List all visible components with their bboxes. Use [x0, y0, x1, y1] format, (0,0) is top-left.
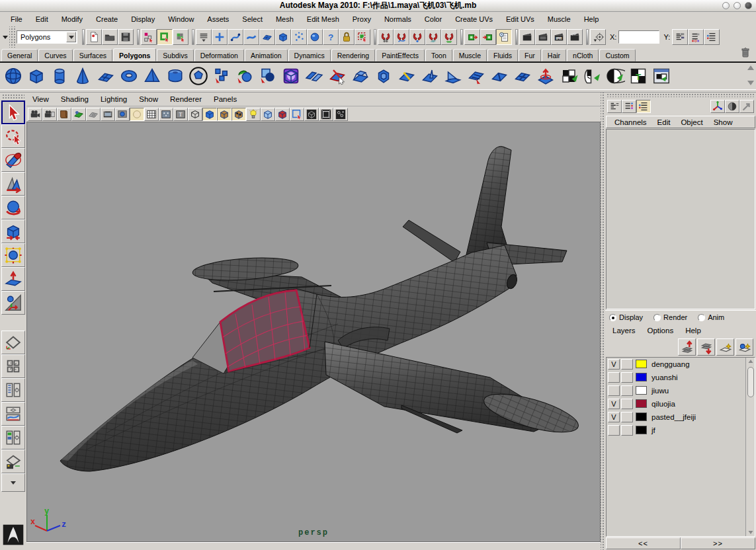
- create-layer-from-selected-icon[interactable]: [735, 338, 753, 356]
- menu-item[interactable]: Window: [161, 13, 200, 25]
- channelbox-layout1-icon[interactable]: [607, 100, 622, 113]
- panel-toolbar-icon[interactable]: [28, 108, 42, 121]
- menu-item[interactable]: Assets: [200, 13, 235, 25]
- layer-color-swatch[interactable]: [636, 373, 647, 381]
- panel-toolbar-icon[interactable]: [42, 108, 57, 121]
- panel-toolbar-icon[interactable]: [217, 108, 231, 121]
- layer-list-scrollbar[interactable]: [745, 358, 755, 537]
- toolbar-grip[interactable]: [9, 26, 15, 48]
- layer-mode-radio[interactable]: Anim: [698, 313, 724, 321]
- mask-points-icon[interactable]: [212, 29, 228, 45]
- radio-dot-icon[interactable]: [653, 314, 661, 321]
- select-object-icon[interactable]: [157, 29, 173, 45]
- shelf-item-icon[interactable]: T: [626, 65, 650, 88]
- make-live-icon[interactable]: [441, 29, 457, 45]
- layer-color-swatch[interactable]: [636, 360, 647, 368]
- snap-curve-icon[interactable]: [394, 29, 409, 45]
- layer-name[interactable]: qiluojia: [651, 400, 675, 408]
- key-arrow-icon[interactable]: [739, 100, 754, 113]
- render-ipr-icon[interactable]: IPR: [551, 29, 567, 45]
- input-connections-icon[interactable]: [464, 29, 480, 45]
- shelf-tab[interactable]: Fluids: [487, 49, 518, 61]
- snap-point-icon[interactable]: [409, 29, 425, 45]
- channel-box-menu-item[interactable]: Show: [708, 117, 738, 128]
- panel-toolbar-icon[interactable]: [231, 108, 246, 121]
- shelf-tab[interactable]: Subdivs: [157, 49, 193, 61]
- trash-icon[interactable]: [739, 46, 752, 60]
- shelf-scroll-up-icon[interactable]: [747, 65, 754, 70]
- lock-selection-icon[interactable]: [339, 29, 355, 45]
- panel-toolbar-icon[interactable]: T: [173, 108, 188, 121]
- move-layer-down-icon[interactable]: [697, 338, 715, 356]
- layer-visibility-toggle[interactable]: V: [608, 359, 620, 370]
- shelf-item-icon[interactable]: [94, 65, 117, 88]
- shelf-item-icon[interactable]: [603, 65, 626, 88]
- menu-item[interactable]: Help: [577, 13, 606, 25]
- mask-rendering-icon[interactable]: [307, 29, 323, 45]
- scrollbar-thumb[interactable]: [747, 367, 754, 397]
- panel-toolbar-icon[interactable]: [261, 108, 275, 121]
- mask-dynamics-icon[interactable]: [291, 29, 307, 45]
- shelf-tab[interactable]: General: [1, 49, 38, 61]
- layer-mode-radio[interactable]: Render: [653, 313, 687, 321]
- layer-color-swatch[interactable]: [636, 412, 647, 421]
- menu-item[interactable]: Mesh: [269, 13, 300, 25]
- shelf-tab[interactable]: Toon: [425, 49, 452, 61]
- channel-box-area[interactable]: [606, 129, 755, 309]
- toolbox-grip[interactable]: [2, 94, 24, 99]
- panel-toolbar-icon[interactable]: [319, 108, 333, 121]
- panel-menu-item[interactable]: View: [26, 94, 55, 104]
- shelf-tab[interactable]: Hair: [542, 49, 566, 61]
- panel-menu-item[interactable]: Panels: [208, 94, 243, 104]
- panel-toolbar-icon[interactable]: [202, 108, 217, 121]
- shelf-item-icon[interactable]: [487, 65, 511, 88]
- maximize-button[interactable]: [734, 2, 741, 9]
- shelf-item-icon[interactable]: [302, 65, 325, 88]
- tool-button[interactable]: [1, 267, 25, 291]
- tool-button[interactable]: [1, 124, 25, 148]
- panel-menu-item[interactable]: Lighting: [95, 94, 133, 104]
- shelf-item-icon[interactable]: [464, 65, 487, 88]
- render-current-frame-icon[interactable]: [519, 29, 535, 45]
- menu-set-selector[interactable]: Polygons: [17, 30, 77, 44]
- shelf-tab[interactable]: Custom: [599, 49, 635, 61]
- channel-box-menu-item[interactable]: Object: [675, 117, 708, 128]
- tool-button[interactable]: [1, 196, 25, 219]
- layer-visibility-toggle[interactable]: [608, 425, 620, 436]
- panel-splitter[interactable]: [601, 93, 605, 550]
- highlight-select-icon[interactable]: [355, 29, 370, 45]
- perspective-viewport[interactable]: x y z persp: [26, 122, 601, 542]
- new-scene-icon[interactable]: [86, 29, 102, 45]
- move-layer-up-icon[interactable]: [678, 338, 696, 356]
- shelf-tab[interactable]: Animation: [245, 49, 288, 61]
- show-attribute-editor-icon[interactable]: [672, 29, 688, 45]
- shelf-item-icon[interactable]: [117, 65, 140, 88]
- shelf-item-icon[interactable]: [279, 65, 302, 88]
- select-hierarchy-icon[interactable]: [141, 29, 157, 45]
- shelf-tab[interactable]: Polygons: [113, 48, 156, 61]
- channelbox-layout2-icon[interactable]: [622, 100, 636, 113]
- pager-prev-button[interactable]: <<: [606, 537, 681, 549]
- layer-type-toggle[interactable]: [621, 412, 633, 422]
- layer-row[interactable]: V dengguang: [607, 358, 755, 371]
- layout-dropdown-button[interactable]: [1, 473, 25, 492]
- layout-button[interactable]: [1, 378, 25, 402]
- render-all-icon[interactable]: [535, 29, 551, 45]
- shelf-item-icon[interactable]: [534, 65, 557, 88]
- manipulator-icon[interactable]: [710, 100, 725, 113]
- layer-row[interactable]: V qiluojia: [607, 397, 755, 411]
- panel-menu-item[interactable]: Shading: [55, 94, 95, 104]
- layer-type-toggle[interactable]: [621, 385, 633, 396]
- panel-menu-item[interactable]: Renderer: [164, 94, 208, 104]
- layout-button[interactable]: [1, 426, 25, 450]
- menu-item[interactable]: Edit Mesh: [300, 13, 346, 25]
- panel-toolbar-icon[interactable]: [246, 108, 261, 121]
- shelf-item-icon[interactable]: [140, 65, 163, 88]
- quick-selection-icon[interactable]: [590, 29, 606, 45]
- scroll-up-icon[interactable]: [748, 360, 753, 363]
- layout-button[interactable]: [1, 450, 25, 473]
- panel-toolbar-icon[interactable]: [71, 108, 86, 121]
- show-channel-box-icon[interactable]: [704, 29, 720, 45]
- radio-dot-icon[interactable]: [698, 314, 705, 321]
- panel-toolbar-icon[interactable]: [144, 108, 159, 121]
